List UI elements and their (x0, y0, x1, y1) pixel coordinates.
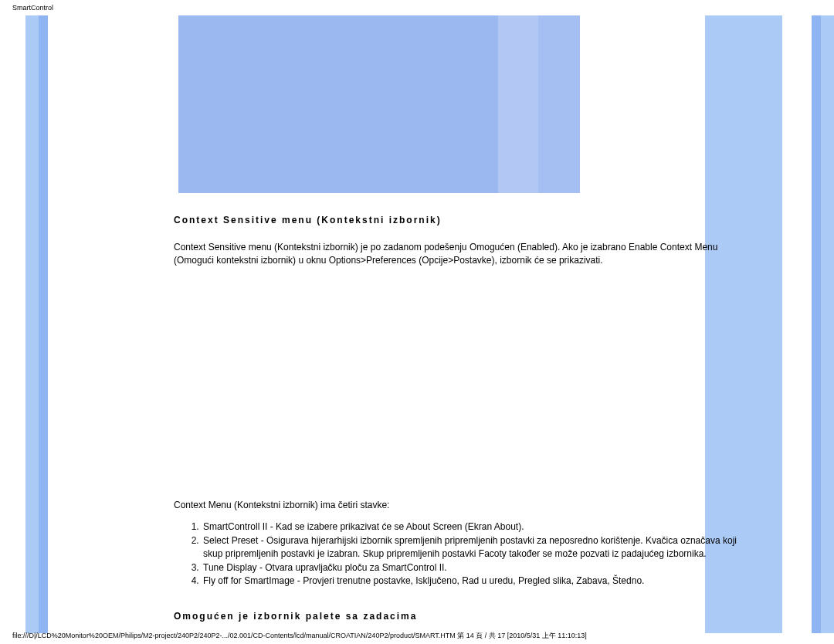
decor-stripe-inner-right (812, 15, 821, 633)
list-item: Fly off for SmartImage - Provjeri trenut… (202, 575, 745, 588)
list-item: SmartControll II - Kad se izabere prikaz… (202, 520, 745, 534)
banner-shade (538, 15, 580, 193)
page-header-label: SmartControl (12, 4, 53, 12)
list-item: Tune Display - Otvara upravljačku ploču … (202, 561, 745, 575)
banner-shade (178, 15, 498, 193)
decor-stripe-outer-right (821, 15, 834, 633)
list-item: Select Preset - Osigurava hijerarhijski … (202, 534, 745, 561)
content-area: Context Sensitive menu (Kontekstni izbor… (174, 15, 745, 622)
context-menu-list-intro: Context Menu (Kontekstni izbornik) ima č… (174, 499, 745, 512)
screenshot-placeholder (178, 15, 580, 193)
decor-stripe-outer-left (25, 15, 39, 633)
footer-path: file:///D|/LCD%20Monitor%20OEM/Philips/M… (12, 631, 587, 641)
section-title-context-menu: Context Sensitive menu (Kontekstni izbor… (174, 215, 745, 225)
decor-stripe-inner-left (39, 15, 48, 633)
context-menu-list: SmartControll II - Kad se izabere prikaz… (202, 520, 745, 588)
decor-gap-right (782, 15, 812, 633)
section-title-task-tray: Omogućen je izbornik palete sa zadacima (174, 611, 745, 622)
banner-shade (498, 15, 538, 193)
page-frame: Context Sensitive menu (Kontekstni izbor… (0, 15, 834, 633)
context-menu-intro: Context Sensitive menu (Kontekstni izbor… (174, 241, 745, 267)
